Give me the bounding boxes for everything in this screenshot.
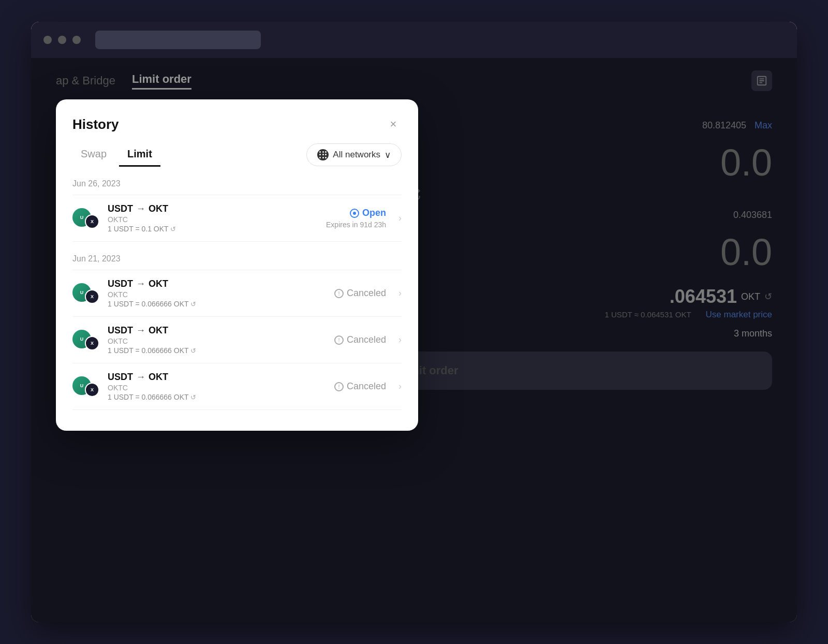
tx-chevron-2: ›: [398, 288, 402, 299]
tx-pair-4: USDT → OKT: [108, 372, 326, 383]
tx-details-4: USDT → OKT OKTC 1 USDT = 0.066666 OKT ↺: [108, 372, 326, 401]
modal-close-button[interactable]: ×: [385, 116, 402, 133]
date-group-2: Jun 21, 2023 U X: [72, 246, 402, 410]
tx-arrow-3: →: [136, 325, 145, 336]
canceled-icon-3: !: [334, 382, 344, 391]
transaction-item-canceled-2[interactable]: U X USDT → OKT: [72, 316, 402, 363]
tx-refresh-3: ↺: [190, 347, 196, 355]
modal-tabs: Swap Limit: [56, 143, 418, 167]
tx-to-icon-2: X: [85, 289, 99, 304]
tab-swap[interactable]: Swap: [72, 143, 115, 167]
canceled-label-3: Canceled: [347, 381, 386, 392]
tx-to-3: OKT: [149, 325, 168, 336]
tx-network-1: OKTC: [108, 215, 318, 224]
browser-dot-green: [72, 36, 81, 44]
tx-arrow-2: →: [136, 279, 145, 289]
open-status-label: Open: [362, 208, 386, 218]
modal-overlay: History × Swap Limit: [31, 58, 797, 622]
canceled-icon-2: !: [334, 335, 344, 345]
canceled-status-1: ! Canceled: [334, 288, 386, 299]
date-label-1: Jun 26, 2023: [72, 171, 402, 195]
canceled-label-1: Canceled: [347, 288, 386, 299]
canceled-label-2: Canceled: [347, 334, 386, 345]
date-label-2: Jun 21, 2023: [72, 246, 402, 270]
status-open-indicator: Open: [350, 208, 386, 218]
tx-network-3: OKTC: [108, 337, 326, 345]
tx-icons-1: U X: [72, 208, 99, 229]
tx-status-canceled-1: ! Canceled: [334, 288, 386, 299]
date-group-1: Jun 26, 2023 U X: [72, 171, 402, 242]
tx-chevron-1: ›: [398, 213, 402, 224]
tx-rate-4: 1 USDT = 0.066666 OKT ↺: [108, 393, 326, 401]
network-grid-icon: [319, 151, 327, 158]
canceled-status-3: ! Canceled: [334, 381, 386, 392]
network-filter-button[interactable]: All networks ∨: [306, 143, 402, 166]
tx-details-2: USDT → OKT OKTC 1 USDT = 0.066666 OKT ↺: [108, 279, 326, 308]
tx-arrow-1: →: [136, 203, 145, 214]
tx-arrow-4: →: [136, 372, 145, 383]
canceled-icon-1: !: [334, 289, 344, 298]
tx-pair-2: USDT → OKT: [108, 279, 326, 289]
tx-from-1: USDT: [108, 203, 133, 214]
tabs-left: Swap Limit: [72, 143, 160, 167]
tx-rate-3: 1 USDT = 0.066666 OKT ↺: [108, 346, 326, 355]
open-status-icon: [350, 209, 359, 218]
tx-to-icon-4: X: [85, 383, 99, 397]
tx-icons-3: U X: [72, 330, 99, 350]
tx-status-canceled-3: ! Canceled: [334, 381, 386, 392]
tx-pair-1: USDT → OKT: [108, 203, 318, 214]
tx-network-4: OKTC: [108, 384, 326, 392]
tx-icons-2: U X: [72, 283, 99, 304]
browser-dot-red: [43, 36, 52, 44]
transaction-item-open[interactable]: U X USDT → OKT: [72, 195, 402, 242]
tx-from-2: USDT: [108, 279, 133, 289]
tx-chevron-3: ›: [398, 334, 402, 345]
modal-header: History ×: [56, 99, 418, 143]
browser-content: ap & Bridge Limit order 80.812405 Max: [31, 58, 797, 622]
tx-rate-1: 1 USDT = 0.1 OKT ↺: [108, 225, 318, 233]
browser-titlebar: [31, 22, 797, 58]
browser-addressbar: [95, 31, 261, 49]
tx-refresh-1: ↺: [170, 225, 176, 233]
tx-status-canceled-2: ! Canceled: [334, 334, 386, 345]
network-filter-icon: [317, 149, 329, 160]
browser-dot-yellow: [58, 36, 66, 44]
browser-window: ap & Bridge Limit order 80.812405 Max: [31, 22, 797, 622]
tx-to-icon-3: X: [85, 336, 99, 350]
modal-title: History: [72, 116, 119, 133]
tx-icons-4: U X: [72, 376, 99, 397]
tx-details-1: USDT → OKT OKTC 1 USDT = 0.1 OKT ↺: [108, 203, 318, 233]
history-modal: History × Swap Limit: [56, 99, 418, 431]
tx-chevron-4: ›: [398, 381, 402, 392]
tx-to-4: OKT: [149, 372, 168, 383]
tab-limit[interactable]: Limit: [119, 143, 160, 167]
network-filter-label: All networks: [333, 150, 380, 160]
transaction-item-canceled-3[interactable]: U X USDT → OKT: [72, 363, 402, 410]
tx-rate-2: 1 USDT = 0.066666 OKT ↺: [108, 300, 326, 308]
transaction-item-canceled-1[interactable]: U X USDT → OKT: [72, 270, 402, 316]
network-filter-chevron: ∨: [385, 150, 391, 160]
modal-body: Jun 26, 2023 U X: [56, 171, 418, 431]
tx-to-2: OKT: [149, 279, 168, 289]
tx-to-1: OKT: [149, 203, 168, 214]
tx-details-3: USDT → OKT OKTC 1 USDT = 0.066666 OKT ↺: [108, 325, 326, 355]
tx-status-open: Open Expires in 91d 23h: [326, 208, 386, 229]
tx-to-icon-1: X: [85, 214, 99, 229]
canceled-status-2: ! Canceled: [334, 334, 386, 345]
tx-pair-3: USDT → OKT: [108, 325, 326, 336]
tx-from-3: USDT: [108, 325, 133, 336]
tx-refresh-2: ↺: [190, 300, 196, 308]
status-expires: Expires in 91d 23h: [326, 221, 386, 229]
tx-refresh-4: ↺: [190, 393, 196, 401]
tx-network-2: OKTC: [108, 290, 326, 299]
tx-from-4: USDT: [108, 372, 133, 383]
